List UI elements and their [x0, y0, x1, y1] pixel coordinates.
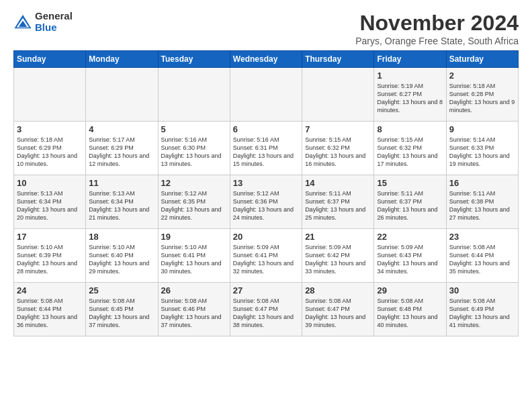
calendar-cell	[302, 68, 374, 122]
day-number: 26	[161, 285, 227, 295]
calendar-cell: 25Sunrise: 5:08 AMSunset: 6:45 PMDayligh…	[86, 283, 158, 336]
day-info: Sunrise: 5:09 AMSunset: 6:43 PMDaylight:…	[377, 243, 443, 276]
day-info: Sunrise: 5:08 AMSunset: 6:45 PMDaylight:…	[89, 297, 154, 330]
day-number: 30	[449, 285, 515, 295]
calendar-cell: 21Sunrise: 5:09 AMSunset: 6:42 PMDayligh…	[302, 229, 374, 283]
day-number: 12	[161, 178, 227, 188]
calendar-cell: 4Sunrise: 5:17 AMSunset: 6:29 PMDaylight…	[86, 122, 158, 175]
header-sunday: Sunday	[14, 51, 86, 68]
day-number: 21	[305, 232, 371, 242]
calendar-cell: 9Sunrise: 5:14 AMSunset: 6:33 PMDaylight…	[446, 122, 518, 175]
day-number: 19	[161, 232, 227, 242]
calendar-week-row: 1Sunrise: 5:19 AMSunset: 6:27 PMDaylight…	[14, 68, 519, 122]
day-info: Sunrise: 5:19 AMSunset: 6:27 PMDaylight:…	[377, 82, 443, 115]
day-info: Sunrise: 5:13 AMSunset: 6:34 PMDaylight:…	[89, 189, 154, 222]
header-wednesday: Wednesday	[230, 51, 302, 68]
day-info: Sunrise: 5:11 AMSunset: 6:37 PMDaylight:…	[305, 189, 371, 222]
day-number: 13	[233, 178, 299, 188]
calendar-cell: 23Sunrise: 5:08 AMSunset: 6:44 PMDayligh…	[446, 229, 518, 283]
day-number: 25	[89, 285, 154, 295]
day-info: Sunrise: 5:12 AMSunset: 6:35 PMDaylight:…	[161, 189, 227, 222]
header-tuesday: Tuesday	[158, 51, 230, 68]
day-number: 18	[89, 232, 154, 242]
day-info: Sunrise: 5:15 AMSunset: 6:32 PMDaylight:…	[377, 136, 443, 169]
day-number: 5	[161, 124, 227, 134]
day-info: Sunrise: 5:08 AMSunset: 6:47 PMDaylight:…	[233, 297, 299, 330]
header: General Blue November 2024 Parys, Orange…	[13, 11, 519, 46]
header-monday: Monday	[86, 51, 158, 68]
weekday-header-row: Sunday Monday Tuesday Wednesday Thursday…	[14, 51, 519, 68]
calendar-table: Sunday Monday Tuesday Wednesday Thursday…	[13, 50, 519, 336]
day-info: Sunrise: 5:10 AMSunset: 6:39 PMDaylight:…	[17, 243, 83, 276]
day-number: 15	[377, 178, 443, 188]
calendar-cell: 3Sunrise: 5:18 AMSunset: 6:29 PMDaylight…	[14, 122, 86, 175]
day-info: Sunrise: 5:10 AMSunset: 6:41 PMDaylight:…	[161, 243, 227, 276]
calendar-cell: 27Sunrise: 5:08 AMSunset: 6:47 PMDayligh…	[230, 283, 302, 336]
day-info: Sunrise: 5:08 AMSunset: 6:49 PMDaylight:…	[449, 297, 515, 330]
day-info: Sunrise: 5:12 AMSunset: 6:36 PMDaylight:…	[233, 189, 299, 222]
subtitle: Parys, Orange Free State, South Africa	[355, 36, 519, 46]
calendar-cell: 29Sunrise: 5:08 AMSunset: 6:48 PMDayligh…	[374, 283, 446, 336]
calendar-cell: 30Sunrise: 5:08 AMSunset: 6:49 PMDayligh…	[446, 283, 518, 336]
day-number: 23	[449, 232, 515, 242]
day-number: 14	[305, 178, 371, 188]
day-number: 20	[233, 232, 299, 242]
day-info: Sunrise: 5:08 AMSunset: 6:44 PMDaylight:…	[449, 243, 515, 276]
day-info: Sunrise: 5:13 AMSunset: 6:34 PMDaylight:…	[17, 189, 83, 222]
day-info: Sunrise: 5:17 AMSunset: 6:29 PMDaylight:…	[89, 136, 154, 169]
header-thursday: Thursday	[302, 51, 374, 68]
calendar-cell: 2Sunrise: 5:18 AMSunset: 6:28 PMDaylight…	[446, 68, 518, 122]
calendar-week-row: 17Sunrise: 5:10 AMSunset: 6:39 PMDayligh…	[14, 229, 519, 283]
day-number: 4	[89, 124, 154, 134]
logo-text: General Blue	[35, 11, 73, 33]
day-number: 1	[377, 71, 443, 81]
day-number: 7	[305, 124, 371, 134]
logo-blue-text: Blue	[35, 22, 73, 34]
calendar-cell: 28Sunrise: 5:08 AMSunset: 6:47 PMDayligh…	[302, 283, 374, 336]
logo: General Blue	[13, 11, 73, 33]
calendar-cell	[230, 68, 302, 122]
day-info: Sunrise: 5:16 AMSunset: 6:31 PMDaylight:…	[233, 136, 299, 169]
page: General Blue November 2024 Parys, Orange…	[0, 0, 532, 347]
day-info: Sunrise: 5:14 AMSunset: 6:33 PMDaylight:…	[449, 136, 515, 169]
day-info: Sunrise: 5:09 AMSunset: 6:42 PMDaylight:…	[305, 243, 371, 276]
calendar-cell: 19Sunrise: 5:10 AMSunset: 6:41 PMDayligh…	[158, 229, 230, 283]
day-info: Sunrise: 5:18 AMSunset: 6:29 PMDaylight:…	[17, 136, 83, 169]
logo-icon	[13, 13, 32, 32]
calendar-week-row: 24Sunrise: 5:08 AMSunset: 6:44 PMDayligh…	[14, 283, 519, 336]
calendar-cell: 1Sunrise: 5:19 AMSunset: 6:27 PMDaylight…	[374, 68, 446, 122]
calendar-cell: 14Sunrise: 5:11 AMSunset: 6:37 PMDayligh…	[302, 175, 374, 229]
day-info: Sunrise: 5:08 AMSunset: 6:48 PMDaylight:…	[377, 297, 443, 330]
calendar-cell: 13Sunrise: 5:12 AMSunset: 6:36 PMDayligh…	[230, 175, 302, 229]
calendar-cell: 10Sunrise: 5:13 AMSunset: 6:34 PMDayligh…	[14, 175, 86, 229]
day-number: 11	[89, 178, 154, 188]
logo-general-text: General	[35, 11, 73, 22]
day-number: 16	[449, 178, 515, 188]
day-number: 27	[233, 285, 299, 295]
calendar-cell: 5Sunrise: 5:16 AMSunset: 6:30 PMDaylight…	[158, 122, 230, 175]
calendar-cell: 24Sunrise: 5:08 AMSunset: 6:44 PMDayligh…	[14, 283, 86, 336]
calendar-cell: 16Sunrise: 5:11 AMSunset: 6:38 PMDayligh…	[446, 175, 518, 229]
day-number: 8	[377, 124, 443, 134]
day-info: Sunrise: 5:11 AMSunset: 6:38 PMDaylight:…	[449, 189, 515, 222]
calendar-week-row: 10Sunrise: 5:13 AMSunset: 6:34 PMDayligh…	[14, 175, 519, 229]
day-number: 24	[17, 285, 83, 295]
day-number: 29	[377, 285, 443, 295]
day-number: 22	[377, 232, 443, 242]
title-block: November 2024 Parys, Orange Free State, …	[355, 11, 519, 46]
calendar-cell: 8Sunrise: 5:15 AMSunset: 6:32 PMDaylight…	[374, 122, 446, 175]
day-info: Sunrise: 5:10 AMSunset: 6:40 PMDaylight:…	[89, 243, 154, 276]
calendar-cell: 11Sunrise: 5:13 AMSunset: 6:34 PMDayligh…	[86, 175, 158, 229]
calendar-week-row: 3Sunrise: 5:18 AMSunset: 6:29 PMDaylight…	[14, 122, 519, 175]
calendar-cell	[86, 68, 158, 122]
day-number: 2	[449, 71, 515, 81]
day-number: 28	[305, 285, 371, 295]
day-number: 17	[17, 232, 83, 242]
calendar-cell: 20Sunrise: 5:09 AMSunset: 6:41 PMDayligh…	[230, 229, 302, 283]
main-title: November 2024	[355, 11, 519, 36]
day-number: 6	[233, 124, 299, 134]
day-info: Sunrise: 5:15 AMSunset: 6:32 PMDaylight:…	[305, 136, 371, 169]
day-info: Sunrise: 5:08 AMSunset: 6:47 PMDaylight:…	[305, 297, 371, 330]
day-number: 3	[17, 124, 83, 134]
calendar-cell: 12Sunrise: 5:12 AMSunset: 6:35 PMDayligh…	[158, 175, 230, 229]
